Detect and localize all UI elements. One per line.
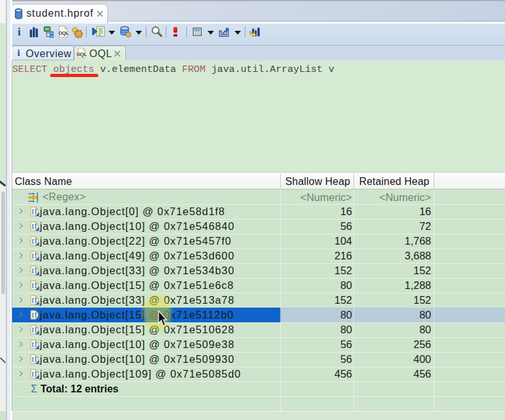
svg-text:OQL: OQL — [76, 51, 87, 57]
svg-text:OQL: OQL — [58, 30, 69, 36]
